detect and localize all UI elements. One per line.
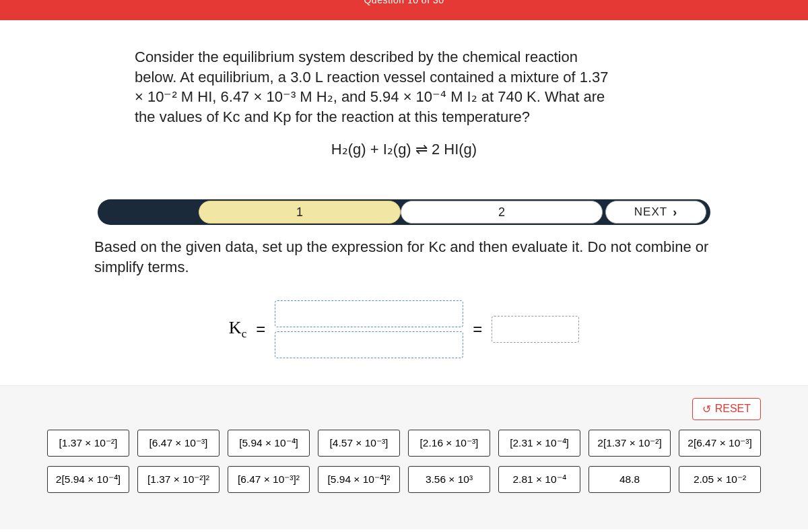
kc-symbol: Kc: [229, 318, 246, 341]
answer-tile[interactable]: [6.47 × 10⁻³]²: [228, 466, 310, 493]
answer-bank: ↺ RESET [1.37 × 10⁻²] [6.47 × 10⁻³] [5.9…: [0, 385, 808, 529]
question-line-4: the values of Kc and Kp for the reaction…: [135, 107, 673, 127]
chemical-equation: H₂(g) + I₂(g) ⇌ 2 HI(g): [135, 139, 673, 160]
answer-tile[interactable]: [2.16 × 10⁻³]: [408, 430, 490, 457]
answer-tile[interactable]: [5.94 × 10⁻⁴]: [228, 430, 310, 457]
answer-tile[interactable]: [1.37 × 10⁻²]²: [137, 466, 220, 493]
answer-tile[interactable]: 2[6.47 × 10⁻³]: [679, 430, 761, 457]
answer-tile[interactable]: 2.81 × 10⁻⁴: [498, 466, 580, 493]
question-text: Consider the equilibrium system describe…: [0, 20, 808, 179]
answer-tile[interactable]: 2.05 × 10⁻²: [679, 466, 761, 493]
equals-sign-2: =: [473, 320, 482, 339]
chevron-right-icon: ›: [673, 205, 677, 220]
header-text: Question 10 of 30: [364, 0, 444, 5]
denominator-slot[interactable]: [275, 331, 463, 358]
equals-sign-1: =: [256, 320, 265, 339]
step-pill: 1 2 NEXT ›: [98, 199, 710, 225]
next-button[interactable]: NEXT ›: [605, 201, 706, 224]
sub-instruction: Based on the given data, set up the expr…: [0, 237, 808, 277]
fraction-dropzone: [275, 300, 463, 358]
step-1-tab[interactable]: 1: [199, 201, 401, 224]
answer-tile[interactable]: 3.56 × 10³: [408, 466, 490, 493]
answer-tile[interactable]: [6.47 × 10⁻³]: [137, 430, 220, 457]
reset-button[interactable]: ↺ RESET: [692, 398, 761, 420]
next-label: NEXT: [634, 205, 667, 219]
step-2-tab[interactable]: 2: [401, 201, 603, 224]
reset-label: RESET: [715, 403, 751, 415]
question-line-3: × 10⁻² M HI, 6.47 × 10⁻³ M H₂, and 5.94 …: [135, 87, 673, 107]
answer-tile[interactable]: [1.37 × 10⁻²]: [47, 430, 129, 457]
answer-tile[interactable]: [5.94 × 10⁻⁴]²: [318, 466, 400, 493]
answer-tile[interactable]: 2[1.37 × 10⁻²]: [588, 430, 671, 457]
answer-tile[interactable]: [4.57 × 10⁻³]: [318, 430, 400, 457]
answer-tile[interactable]: [2.31 × 10⁻⁴]: [498, 430, 580, 457]
reset-icon: ↺: [702, 403, 711, 415]
tile-row-2: 2[5.94 × 10⁻⁴] [1.37 × 10⁻²]² [6.47 × 10…: [47, 466, 761, 493]
header-bar: Question 10 of 30: [0, 0, 808, 20]
result-slot[interactable]: [492, 316, 579, 343]
tile-row-1: [1.37 × 10⁻²] [6.47 × 10⁻³] [5.94 × 10⁻⁴…: [47, 430, 761, 457]
question-line-1: Consider the equilibrium system describe…: [135, 47, 673, 67]
answer-tile[interactable]: 2[5.94 × 10⁻⁴]: [47, 466, 129, 493]
numerator-slot[interactable]: [275, 300, 463, 327]
question-line-2: below. At equilibrium, a 3.0 L reaction …: [135, 67, 673, 88]
answer-tile[interactable]: 48.8: [588, 466, 671, 493]
kc-expression-area: Kc = =: [0, 300, 808, 358]
